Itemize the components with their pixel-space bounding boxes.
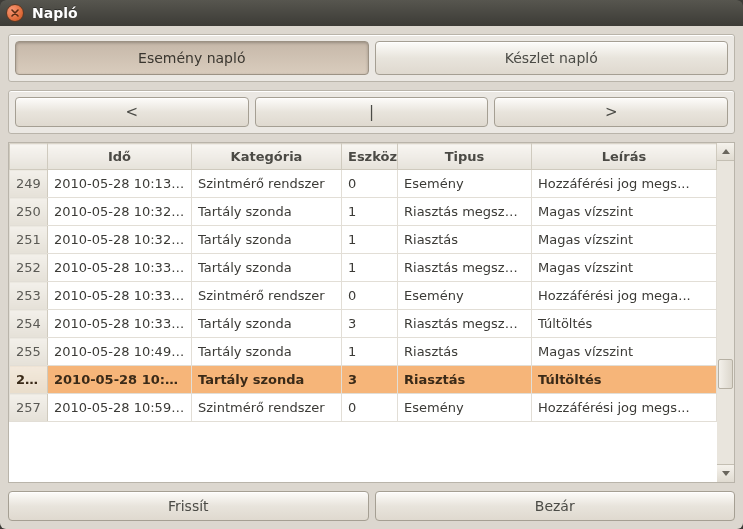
cell-device: 1 — [342, 198, 398, 226]
scroll-thumb[interactable] — [718, 359, 733, 389]
cell-category: Tartály szonda — [192, 226, 342, 254]
log-table-scroll: Idő Kategória Eszköz Tipus Leírás 249201… — [8, 142, 717, 483]
cell-type: Riasztás megszűnt — [398, 198, 532, 226]
table-header-row: Idő Kategória Eszköz Tipus Leírás — [10, 144, 717, 170]
cell-desc: Hozzáférési jog mega... — [532, 282, 717, 310]
close-icon[interactable] — [6, 4, 24, 22]
cell-category: Tartály szonda — [192, 254, 342, 282]
cell-category: Szintmérő rendszer — [192, 282, 342, 310]
table-row[interactable]: 2532010-05-28 10:33:35Szintmérő rendszer… — [10, 282, 717, 310]
log-tabs-panel: Esemény napló Készlet napló — [8, 34, 735, 82]
cell-time: 2010-05-28 10:33:57 — [48, 310, 192, 338]
cell-device: 1 — [342, 338, 398, 366]
cell-rownum: 250 — [10, 198, 48, 226]
col-header-rownum[interactable] — [10, 144, 48, 170]
tab-stock-log[interactable]: Készlet napló — [375, 41, 729, 75]
cell-category: Tartály szonda — [192, 338, 342, 366]
cell-desc: Hozzáférési jog megs... — [532, 394, 717, 422]
table-row[interactable]: 2512010-05-28 10:32:26Tartály szonda1Ria… — [10, 226, 717, 254]
cell-type: Esemény — [398, 282, 532, 310]
cell-time: 2010-05-28 10:32:21 — [48, 198, 192, 226]
cell-rownum: 255 — [10, 338, 48, 366]
cell-time: 2010-05-28 10:59:31 — [48, 366, 192, 394]
cell-category: Tartály szonda — [192, 310, 342, 338]
cell-desc: Magas vízszint — [532, 254, 717, 282]
cell-rownum: 249 — [10, 170, 48, 198]
table-row[interactable]: 2562010-05-28 10:59:31Tartály szonda3Ria… — [10, 366, 717, 394]
window-body: Esemény napló Készlet napló < | > Idő — [0, 26, 743, 529]
cell-desc: Túltöltés — [532, 310, 717, 338]
table-row[interactable]: 2502010-05-28 10:32:21Tartály szonda1Ria… — [10, 198, 717, 226]
col-header-time[interactable]: Idő — [48, 144, 192, 170]
cell-desc: Magas vízszint — [532, 226, 717, 254]
scroll-track[interactable] — [717, 161, 734, 464]
table-row[interactable]: 2492010-05-28 10:13:12Szintmérő rendszer… — [10, 170, 717, 198]
scroll-down-icon[interactable] — [717, 464, 734, 482]
cell-type: Riasztás — [398, 338, 532, 366]
cell-time: 2010-05-28 10:32:26 — [48, 226, 192, 254]
cell-device: 0 — [342, 282, 398, 310]
cell-type: Esemény — [398, 394, 532, 422]
cell-category: Tartály szonda — [192, 366, 342, 394]
cell-time: 2010-05-28 10:13:12 — [48, 170, 192, 198]
close-button[interactable]: Bezár — [375, 491, 736, 521]
cell-rownum: 251 — [10, 226, 48, 254]
col-header-category[interactable]: Kategória — [192, 144, 342, 170]
cell-desc: Túltöltés — [532, 366, 717, 394]
table-row[interactable]: 2552010-05-28 10:49:47Tartály szonda1Ria… — [10, 338, 717, 366]
window-title: Napló — [32, 5, 78, 21]
nav-current-button[interactable]: | — [255, 97, 489, 127]
cell-rownum: 253 — [10, 282, 48, 310]
cell-type: Riasztás megszűnt — [398, 254, 532, 282]
cell-type: Riasztás — [398, 366, 532, 394]
cell-type: Riasztás — [398, 226, 532, 254]
cell-time: 2010-05-28 10:33:04 — [48, 254, 192, 282]
col-header-type[interactable]: Tipus — [398, 144, 532, 170]
cell-device: 3 — [342, 310, 398, 338]
cell-category: Szintmérő rendszer — [192, 170, 342, 198]
cell-device: 1 — [342, 226, 398, 254]
footer-panel: Frissít Bezár — [8, 491, 735, 521]
col-header-device[interactable]: Eszköz — [342, 144, 398, 170]
scroll-up-icon[interactable] — [717, 143, 734, 161]
cell-time: 2010-05-28 10:33:35 — [48, 282, 192, 310]
cell-time: 2010-05-28 10:59:58 — [48, 394, 192, 422]
cell-desc: Magas vízszint — [532, 198, 717, 226]
cell-device: 0 — [342, 394, 398, 422]
cell-desc: Hozzáférési jog megs... — [532, 170, 717, 198]
log-table: Idő Kategória Eszköz Tipus Leírás 249201… — [9, 143, 717, 422]
vertical-scrollbar[interactable] — [717, 142, 735, 483]
nav-panel: < | > — [8, 90, 735, 134]
cell-rownum: 252 — [10, 254, 48, 282]
cell-category: Tartály szonda — [192, 198, 342, 226]
cell-rownum: 254 — [10, 310, 48, 338]
window: Napló Esemény napló Készlet napló < | > — [0, 0, 743, 529]
cell-desc: Magas vízszint — [532, 338, 717, 366]
tab-event-log[interactable]: Esemény napló — [15, 41, 369, 75]
nav-prev-button[interactable]: < — [15, 97, 249, 127]
table-row[interactable]: 2522010-05-28 10:33:04Tartály szonda1Ria… — [10, 254, 717, 282]
cell-rownum: 257 — [10, 394, 48, 422]
cell-category: Szintmérő rendszer — [192, 394, 342, 422]
log-table-container: Idő Kategória Eszköz Tipus Leírás 249201… — [8, 142, 735, 483]
titlebar: Napló — [0, 0, 743, 26]
cell-type: Riasztás megszűnt — [398, 310, 532, 338]
table-row[interactable]: 2542010-05-28 10:33:57Tartály szonda3Ria… — [10, 310, 717, 338]
cell-device: 1 — [342, 254, 398, 282]
table-row[interactable]: 2572010-05-28 10:59:58Szintmérő rendszer… — [10, 394, 717, 422]
refresh-button[interactable]: Frissít — [8, 491, 369, 521]
col-header-desc[interactable]: Leírás — [532, 144, 717, 170]
cell-time: 2010-05-28 10:49:47 — [48, 338, 192, 366]
nav-next-button[interactable]: > — [494, 97, 728, 127]
cell-device: 0 — [342, 170, 398, 198]
cell-type: Esemény — [398, 170, 532, 198]
cell-rownum: 256 — [10, 366, 48, 394]
cell-device: 3 — [342, 366, 398, 394]
